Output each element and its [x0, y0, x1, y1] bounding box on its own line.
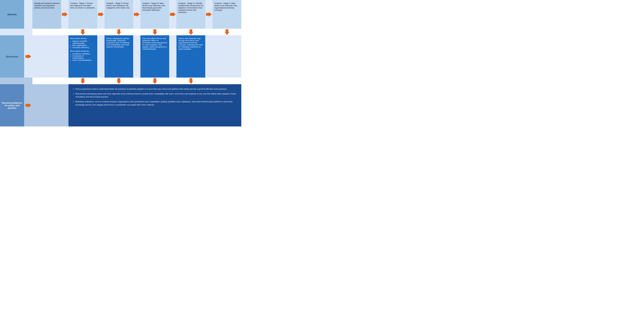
arrow-3-4 [169, 0, 176, 29]
down-arrow-2 [68, 29, 97, 36]
discussion-box-3: Drivers emphasize superior functionality… [104, 35, 133, 78]
discussion-box-2: Most salient drivers: Superior scientifi… [68, 35, 97, 78]
arrow-2-3 [133, 0, 140, 29]
discussion-box-5: Drivers and obstacles map strongly and e… [176, 35, 205, 78]
arrow-4-5 [205, 0, 212, 29]
method-step-5: Analysis - Stage V: Map drivers and obst… [212, 0, 241, 29]
down-arrow-rec-2 [68, 78, 97, 85]
methods-row: Methods Identify and analyze relevant sc… [0, 0, 241, 29]
down-arrow-rec-3 [104, 78, 133, 85]
discussion-label-arrow [24, 35, 32, 78]
arrow-0-1 [61, 0, 68, 29]
method-step-4: Analysis - Stage IV: Identify fundamenta… [176, 0, 205, 29]
down-arrow-5 [176, 29, 205, 36]
down-arrow-rec-5 [176, 78, 205, 85]
down-arrow-3 [104, 29, 133, 36]
inter-row-1 [0, 29, 241, 35]
down-arrow-6 [212, 29, 241, 36]
discussion-box-4: The most salient drivers and obstacles r… [140, 35, 169, 78]
diagram: Methods Identify and analyze relevant sc… [0, 0, 241, 126]
discussion-label: Discussion [0, 35, 24, 78]
arrow-1-2 [97, 0, 104, 29]
methods-label: Methods [0, 0, 24, 29]
inter-row-2 [0, 78, 241, 84]
disc-empty-0 [32, 35, 61, 78]
methods-label-arrow [24, 0, 32, 29]
rec-label-arrow [24, 84, 32, 126]
method-step-0: Identify and analyze relevant scientific… [32, 0, 61, 29]
down-arrow-4 [140, 29, 169, 36]
recommendations-row: Recommendations for policy and practice … [0, 84, 241, 126]
discussion-row: Discussion Most salient drivers: Superio… [0, 35, 241, 78]
method-step-3: Analysis - Stage III: Map drivers and ob… [140, 0, 169, 29]
down-arrow-rec-4 [140, 78, 169, 85]
recommendations-label: Recommendations for policy and practice [0, 84, 24, 126]
recommendations-content: Omics proponents need to understand bett… [68, 84, 241, 126]
method-step-2: Analysis - Stage II: Group drivers and o… [104, 0, 133, 29]
method-step-1: Analysis - Stage I: Extract text segment… [68, 0, 97, 29]
